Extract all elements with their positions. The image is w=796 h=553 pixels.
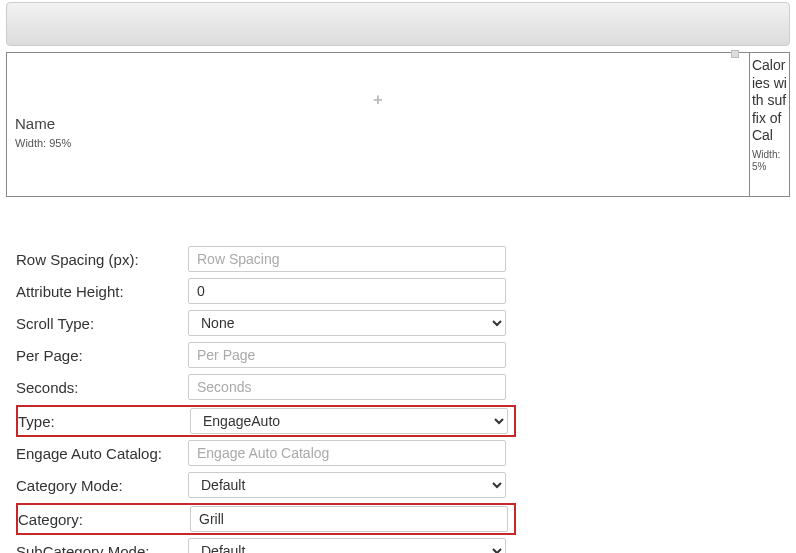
subcategory-mode-select[interactable]: Default (188, 538, 506, 553)
engage-auto-catalog-label: Engage Auto Catalog: (16, 445, 188, 462)
row-spacing-row: Row Spacing (px): (16, 245, 516, 273)
type-label: Type: (18, 413, 190, 430)
category-row-highlighted: Category: (16, 503, 516, 535)
layout-column-name[interactable]: + Name Width: 95% (7, 53, 750, 196)
per-page-input[interactable] (188, 342, 506, 368)
row-spacing-label: Row Spacing (px): (16, 251, 188, 268)
type-row-highlighted: Type: EngageAuto (16, 405, 516, 437)
resize-handle[interactable] (731, 50, 739, 58)
category-mode-row: Category Mode: Default (16, 471, 516, 499)
category-label: Category: (18, 511, 190, 528)
column-title: Name (15, 115, 55, 132)
subcategory-mode-row: SubCategory Mode: Default (16, 537, 516, 553)
scroll-type-row: Scroll Type: None (16, 309, 516, 337)
attribute-height-row: Attribute Height: (16, 277, 516, 305)
toolbar (6, 2, 790, 46)
scroll-type-select[interactable]: None (188, 310, 506, 336)
layout-column-calories[interactable]: Calories with suffix of Cal Width: 5% (750, 53, 789, 196)
scroll-type-label: Scroll Type: (16, 315, 188, 332)
per-page-label: Per Page: (16, 347, 188, 364)
category-input[interactable] (190, 506, 508, 532)
column-title: Calories with suffix of Cal (752, 57, 787, 145)
attribute-height-label: Attribute Height: (16, 283, 188, 300)
subcategory-mode-label: SubCategory Mode: (16, 543, 188, 554)
engage-auto-catalog-row: Engage Auto Catalog: (16, 439, 516, 467)
plus-icon[interactable]: + (373, 91, 382, 109)
engage-auto-catalog-input[interactable] (188, 440, 506, 466)
seconds-row: Seconds: (16, 373, 516, 401)
row-spacing-input[interactable] (188, 246, 506, 272)
column-layout: + Name Width: 95% Calories with suffix o… (6, 52, 790, 197)
seconds-label: Seconds: (16, 379, 188, 396)
column-width-label: Width: 5% (752, 149, 787, 173)
seconds-input[interactable] (188, 374, 506, 400)
column-width-label: Width: 95% (15, 137, 71, 149)
category-mode-select[interactable]: Default (188, 472, 506, 498)
type-select[interactable]: EngageAuto (190, 408, 508, 434)
settings-form: Row Spacing (px): Attribute Height: Scro… (16, 245, 516, 553)
category-mode-label: Category Mode: (16, 477, 188, 494)
attribute-height-input[interactable] (188, 278, 506, 304)
per-page-row: Per Page: (16, 341, 516, 369)
